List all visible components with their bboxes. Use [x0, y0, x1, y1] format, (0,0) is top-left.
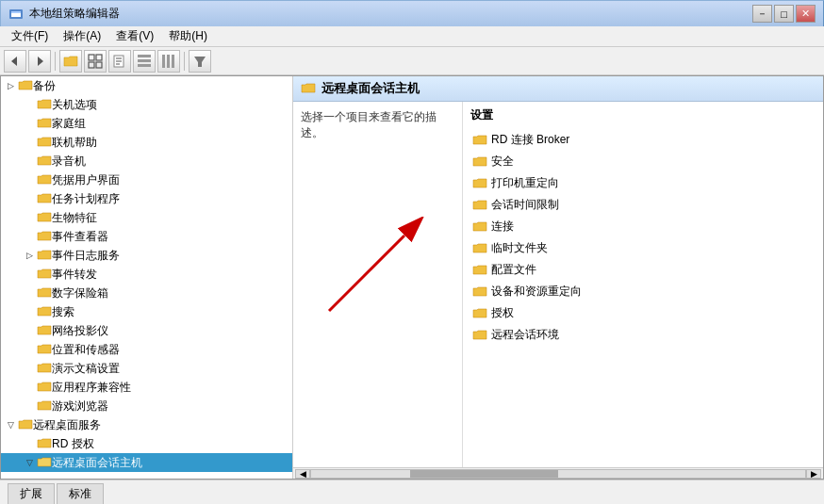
settings-item-connection[interactable]: 连接 — [470, 216, 816, 237]
forward-button[interactable] — [28, 50, 51, 73]
view2-button[interactable] — [157, 50, 180, 73]
tree-item-shutdown[interactable]: ▷ 关机选项 — [1, 95, 292, 114]
tree-label-event-forward: 事件转发 — [52, 267, 97, 283]
menu-file[interactable]: 文件(F) — [4, 26, 56, 46]
tree-item-event-viewer[interactable]: ▷ 事件查看器 — [1, 227, 292, 246]
tab-expand-label: 扩展 — [20, 486, 42, 502]
tree-item-task-scheduler[interactable]: ▷ 任务计划程序 — [1, 189, 292, 208]
filter-button[interactable] — [189, 50, 211, 73]
svg-rect-18 — [172, 55, 174, 68]
settings-item-printer-redirect[interactable]: 打印机重定向 — [470, 172, 816, 194]
folder-icon-recorder — [37, 154, 52, 168]
folder-icon-task-scheduler — [37, 192, 52, 205]
right-body: 选择一个项目来查看它的描述。 设置 — [293, 102, 823, 467]
tab-standard-label: 标准 — [69, 486, 91, 502]
tree-label-event-log-svc: 事件日志服务 — [52, 248, 120, 264]
folder-icon-remote-session-env — [472, 329, 487, 342]
folder-icon-search — [37, 305, 52, 318]
folder-icon-biometrics — [37, 211, 52, 224]
tree-item-biometrics[interactable]: ▷ 生物特征 — [1, 208, 292, 227]
tree-item-search[interactable]: ▷ 搜索 — [1, 302, 292, 321]
export-button[interactable] — [108, 50, 131, 73]
tree-item-credential-ui[interactable]: ▷ 凭据用户界面 — [1, 171, 292, 189]
view1-button[interactable] — [133, 50, 156, 73]
minimize-button[interactable]: － — [752, 5, 772, 23]
maximize-button[interactable]: □ — [774, 5, 794, 23]
right-panel: 远程桌面会话主机 选择一个项目来查看它的描述。 — [293, 76, 823, 479]
folder-icon-connection — [472, 220, 487, 234]
horizontal-scrollbar[interactable] — [310, 469, 806, 479]
red-arrow-annotation — [320, 217, 433, 330]
settings-item-security[interactable]: 安全 — [470, 151, 816, 172]
settings-item-config-file[interactable]: 配置文件 — [470, 259, 816, 281]
menu-view[interactable]: 查看(V) — [108, 26, 161, 46]
tree-item-digital-safe[interactable]: ▷ 数字保险箱 — [1, 284, 292, 302]
tree-item-app-compat[interactable]: ▷ 应用程序兼容性 — [1, 378, 292, 397]
tree-item-rd-session-host[interactable]: ▽ 远程桌面会话主机 — [1, 453, 292, 472]
folder-icon-rd-auth — [37, 437, 52, 450]
tree-item-recorder[interactable]: ▷ 录音机 — [1, 152, 292, 171]
tree-item-event-forward[interactable]: ▷ 事件转发 — [1, 265, 292, 284]
folder-icon-event-viewer — [37, 230, 52, 243]
right-description: 选择一个项目来查看它的描述。 — [293, 102, 463, 467]
settings-label-license: 授权 — [491, 305, 514, 321]
settings-label-config-file: 配置文件 — [491, 262, 536, 278]
folder-icon-event-log-svc — [37, 249, 52, 262]
toolbar-sep-1 — [55, 52, 56, 71]
settings-item-license[interactable]: 授权 — [470, 302, 816, 324]
folder-icon-net-projector — [37, 324, 52, 337]
folder-icon-digital-safe — [37, 286, 52, 300]
right-settings-panel: 设置 RD 连接 Broker 安全 打印机重定向 会话时间限制 — [463, 102, 823, 467]
menu-action[interactable]: 操作(A) — [56, 26, 108, 46]
svg-rect-15 — [138, 64, 151, 67]
settings-item-remote-session-env[interactable]: 远程会话环境 — [470, 324, 816, 346]
tree-item-location-sensor[interactable]: ▷ 位置和传感器 — [1, 340, 292, 359]
show-hide-button[interactable] — [84, 50, 107, 73]
folder-icon-credential-ui — [37, 173, 52, 187]
title-bar: 本地组策略编辑器 － □ ✕ — [0, 0, 824, 26]
tree-label-net-projector: 网络投影仪 — [52, 323, 108, 339]
settings-item-temp-folder[interactable]: 临时文件夹 — [470, 237, 816, 259]
svg-rect-13 — [138, 55, 151, 57]
settings-item-rd-broker[interactable]: RD 连接 Broker — [470, 129, 816, 151]
menu-help[interactable]: 帮助(H) — [161, 26, 215, 46]
main-content: ▷ 备份 ▷ 关机选项 ▷ 家庭组 ▷ 联机帮助 ▷ 录音机 ▷ 凭据用户界面 — [0, 75, 824, 480]
tab-standard[interactable]: 标准 — [57, 483, 104, 504]
tree-label-homegroup: 家庭组 — [52, 116, 86, 132]
tree-label-backup: 备份 — [33, 78, 56, 94]
settings-item-session-timelimit[interactable]: 会话时间限制 — [470, 194, 816, 216]
scroll-right-button[interactable]: ▶ — [806, 469, 821, 479]
back-button[interactable] — [4, 50, 26, 73]
tree-item-remote-desktop-svc[interactable]: ▽ 远程桌面服务 — [1, 415, 292, 434]
tab-expand[interactable]: 扩展 — [8, 483, 55, 504]
folder-icon-game-browser — [37, 399, 52, 413]
tree-item-rd-auth[interactable]: ▷ RD 授权 — [1, 434, 292, 453]
window-title: 本地组策略编辑器 — [29, 6, 752, 22]
tree-item-backup[interactable]: ▷ 备份 — [1, 76, 292, 95]
settings-label-temp-folder: 临时文件夹 — [491, 240, 548, 256]
folder-icon-temp-folder — [472, 242, 487, 255]
folder-icon-remote-desktop-svc — [18, 418, 33, 431]
tree-label-handwriting: 演示文稿设置 — [52, 361, 120, 377]
tree-item-handwriting[interactable]: ▷ 演示文稿设置 — [1, 359, 292, 378]
settings-label-connection: 连接 — [491, 219, 514, 235]
folder-icon-location-sensor — [37, 343, 52, 356]
tree-item-game-browser[interactable]: ▷ 游戏浏览器 — [1, 397, 292, 415]
tree-item-event-log-svc[interactable]: ▷ 事件日志服务 — [1, 246, 292, 265]
svg-rect-7 — [89, 62, 94, 68]
folder-icon-online-help — [37, 136, 52, 149]
header-folder-icon — [301, 82, 316, 95]
folder-icon-session-timelimit — [472, 199, 487, 212]
settings-item-device-redirect[interactable]: 设备和资源重定向 — [470, 281, 816, 302]
settings-label-device-redirect: 设备和资源重定向 — [491, 284, 582, 300]
folder-icon-event-forward — [37, 268, 52, 281]
tree-item-homegroup[interactable]: ▷ 家庭组 — [1, 114, 292, 133]
tree-label-rd-auth: RD 授权 — [52, 436, 94, 452]
tree-item-net-projector[interactable]: ▷ 网络投影仪 — [1, 321, 292, 340]
close-button[interactable]: ✕ — [796, 5, 816, 23]
scroll-left-button[interactable]: ◀ — [295, 469, 310, 479]
tree-item-online-help[interactable]: ▷ 联机帮助 — [1, 133, 292, 152]
settings-label-remote-session-env: 远程会话环境 — [491, 327, 559, 343]
folder-button[interactable] — [59, 50, 82, 73]
tree-label-recorder: 录音机 — [52, 154, 86, 170]
